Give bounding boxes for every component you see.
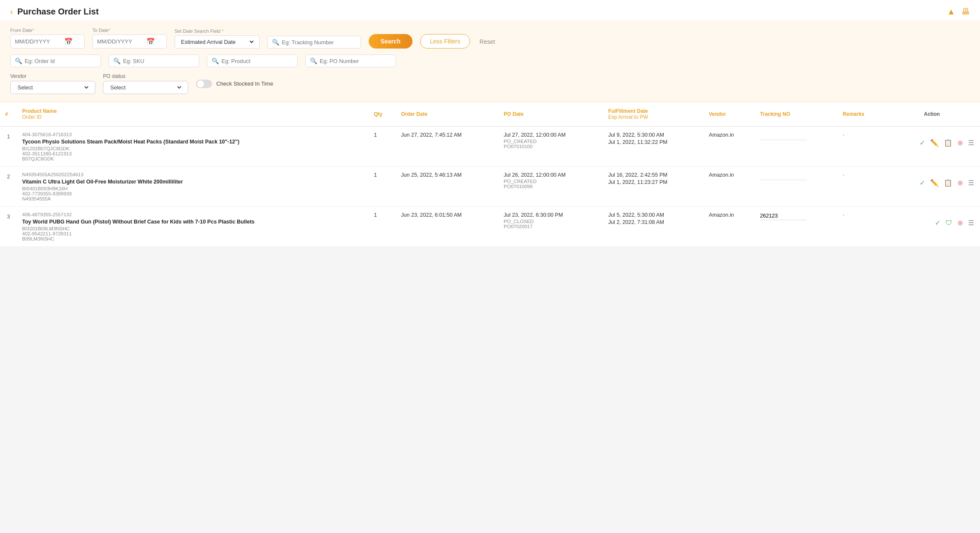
check-action-btn[interactable]: ✓ (934, 218, 941, 228)
tracking-input[interactable] (760, 132, 807, 140)
table-row: 3 406-4879355-2557132 Toy World PUBG Han… (0, 207, 980, 247)
to-date-calendar-icon[interactable]: 📅 (146, 37, 155, 46)
row-product-name: Toy World PUBG Hand Gun (Pistol) Without… (22, 219, 364, 225)
table-row: 2 N49354555A256202254613 Vitamin C Ultra… (0, 167, 980, 207)
row-remarks: - (838, 207, 884, 247)
sku-input[interactable] (123, 58, 195, 64)
col-qty: Qty (369, 102, 396, 126)
order-id-search-wrap: 🔍 (10, 54, 101, 67)
col-hash: # (0, 102, 17, 126)
row-po-date: Jul 23, 2022, 6:30:00 PM PO_CLOSED PO070… (499, 207, 603, 247)
tracking-search-input[interactable] (282, 39, 356, 46)
less-filters-button[interactable]: Less Filters (420, 34, 470, 49)
po-number-input[interactable] (320, 58, 391, 64)
row-num: 3 (0, 207, 17, 247)
to-date-input[interactable] (97, 38, 144, 45)
po-number-search-wrap: 🔍 (305, 54, 396, 67)
tracking-input[interactable] (760, 212, 807, 220)
print-icon[interactable]: 🖶 (961, 7, 970, 17)
row-qty: 1 (369, 207, 396, 247)
tracking-search-icon: 🔍 (272, 39, 279, 46)
from-date-field: From Date* 📅 (10, 28, 85, 49)
row-vendor: Amazon.in (704, 126, 755, 167)
check-stocked-toggle[interactable] (196, 80, 212, 88)
filter-row-2: 🔍 🔍 🔍 🔍 (10, 54, 970, 67)
col-action: Action (884, 102, 980, 126)
row-qty: 1 (369, 126, 396, 167)
tracking-search-wrap: 🔍 (267, 36, 361, 49)
cancel-action-btn[interactable]: ⊗ (957, 178, 964, 188)
product-search-wrap: 🔍 (207, 54, 298, 67)
set-date-label: Set Date Search Field * (175, 29, 260, 34)
row-product-name: Vitamin C Ultra Light Gel Oil-Free Moist… (22, 179, 364, 185)
row-vendor: Amazon.in (704, 207, 755, 247)
row-num: 2 (0, 167, 17, 207)
po-status-select[interactable]: Select PO_CREATED PO_CLOSED (109, 84, 183, 91)
row-action: ✓🛡⊗☰ (884, 207, 980, 247)
header-right: ▲ 🖶 (947, 7, 970, 17)
product-search-icon: 🔍 (212, 57, 219, 64)
row-remarks: - (838, 167, 884, 207)
copy-action-btn[interactable]: 📋 (943, 178, 953, 188)
col-exp-arrival-sub: Exp Arrival to PW (608, 114, 699, 120)
from-date-input-wrap: 📅 (10, 34, 85, 49)
edit-action-btn[interactable]: ✏️ (929, 178, 940, 188)
list-action-btn[interactable]: ☰ (967, 138, 975, 148)
row-vendor: Amazon.in (704, 167, 755, 207)
row-product-cell: 404-3075616-4716313 Tycoon Physio Soluti… (17, 126, 369, 167)
row-order-ref: 402-7739355-9389939 (22, 191, 364, 196)
toggle-knob (197, 80, 204, 87)
vendor-field: Vendor Select (10, 73, 95, 94)
cancel-action-btn[interactable]: ⊗ (957, 218, 964, 228)
search-button[interactable]: Search (369, 34, 413, 49)
row-sku: BI1202B07QJC8GDK (22, 146, 364, 151)
header-bar: ‹ Purchase Order List ▲ 🖶 (0, 0, 980, 20)
shield-action-btn[interactable]: 🛡 (945, 218, 953, 228)
cancel-action-btn[interactable]: ⊗ (957, 138, 964, 148)
row-sku: BI0401B093H9K16H (22, 186, 364, 191)
check-stocked-label: Check Stocked In Time (216, 80, 273, 87)
from-date-input[interactable] (15, 38, 62, 45)
header-left: ‹ Purchase Order List (10, 7, 99, 17)
row-tracking-no (755, 167, 837, 207)
upload-icon[interactable]: ▲ (947, 7, 955, 17)
row-fulfillment-date: Jul 16, 2022, 2:42:55 PM Jul 1, 2022, 11… (603, 167, 704, 207)
copy-action-btn[interactable]: 📋 (943, 138, 953, 148)
row-asin: N49354555A (22, 196, 364, 201)
back-icon[interactable]: ‹ (10, 7, 13, 17)
reset-button[interactable]: Reset (478, 35, 497, 49)
table-container: # Product Name Order ID Qty Order Date P… (0, 102, 980, 247)
col-remarks: Remarks (838, 102, 884, 126)
row-remarks: - (838, 126, 884, 167)
list-action-btn[interactable]: ☰ (967, 178, 975, 188)
row-product-name: Tycoon Physio Solutions Steam Pack/Moist… (22, 139, 364, 145)
check-action-btn[interactable]: ✓ (919, 138, 926, 148)
page-title: Purchase Order List (17, 7, 99, 17)
row-tracking-no (755, 207, 837, 247)
col-tracking-no: Tracking NO (755, 102, 837, 126)
from-date-label: From Date* (10, 28, 85, 33)
row-order-date: Jun 25, 2022, 5:46:13 AM (396, 167, 499, 207)
row-asin: B07QJC8GDK (22, 156, 364, 161)
vendor-select[interactable]: Select (16, 84, 90, 91)
list-action-btn[interactable]: ☰ (967, 218, 975, 228)
check-action-btn[interactable]: ✓ (919, 178, 926, 188)
row-num: 1 (0, 126, 17, 167)
edit-action-btn[interactable]: ✏️ (929, 138, 940, 148)
vendor-select-wrap: Select (10, 81, 95, 94)
product-input[interactable] (221, 58, 293, 64)
order-id-input[interactable] (25, 58, 96, 64)
table-body: 1 404-3075616-4716313 Tycoon Physio Solu… (0, 126, 980, 247)
date-select[interactable]: Estimated Arrival Date Order Date PO Dat… (179, 38, 255, 46)
row-asin: B09LM3NSHC (22, 236, 364, 241)
order-id-search-icon: 🔍 (15, 57, 22, 64)
po-status-label: PO status (103, 73, 188, 79)
col-product-name: Product Name Order ID (17, 102, 369, 126)
po-number-search-icon: 🔍 (310, 57, 317, 64)
tracking-input[interactable] (760, 172, 807, 180)
row-order-id: 404-3075616-4716313 (22, 132, 364, 137)
remarks-value: - (843, 212, 845, 218)
row-tracking-no (755, 126, 837, 167)
remarks-value: - (843, 172, 845, 178)
from-date-calendar-icon[interactable]: 📅 (64, 37, 73, 46)
